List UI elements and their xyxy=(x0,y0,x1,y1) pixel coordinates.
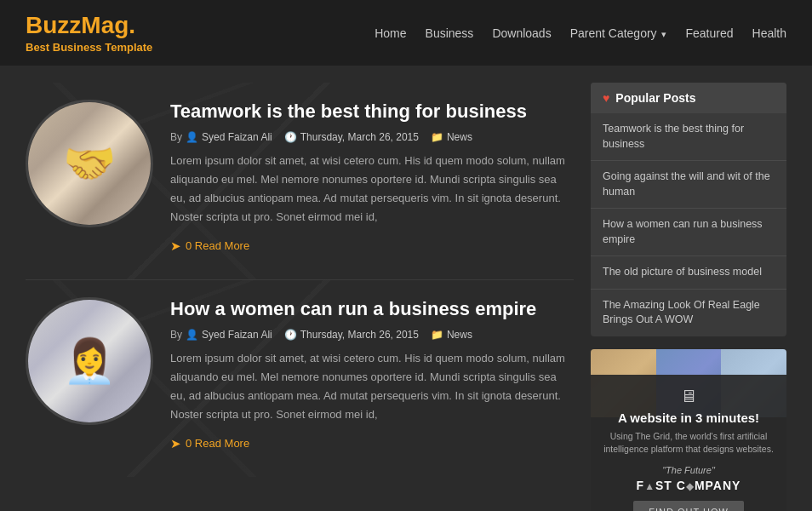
article-image-wrap xyxy=(26,100,153,227)
nav-downloads[interactable]: Downloads xyxy=(492,26,551,40)
article-author: By 👤 Syed Faizan Ali xyxy=(170,131,272,143)
ad-sub: Using The Grid, the world's first artifi… xyxy=(603,430,775,457)
popular-post-item[interactable]: Going against the will and wit of the hu… xyxy=(591,161,786,209)
arrow-icon: ➤ xyxy=(170,238,181,254)
article-category: 📁 News xyxy=(431,329,472,341)
logo-subtitle: Best Business Template xyxy=(26,41,152,54)
article-meta: By 👤 Syed Faizan Ali 🕐 Thursday, March 2… xyxy=(170,131,574,143)
logo-dot: . xyxy=(129,12,135,38)
ad-cta-button[interactable]: FIND OUT HOW xyxy=(633,501,744,511)
article-title: Teamwork is the best thing for business xyxy=(170,100,574,124)
article-date: 🕐 Thursday, March 26, 2015 xyxy=(284,329,419,341)
clock-icon: 🕐 xyxy=(284,131,297,143)
ad-content: 🖥 A website in 3 minutes! Using The Grid… xyxy=(591,375,786,512)
article-image-business xyxy=(28,102,151,225)
ad-title: A website in 3 minutes! xyxy=(603,411,775,425)
popular-post-item[interactable]: How a women can run a business empire xyxy=(591,209,786,256)
article-content: How a women can run a business empire By… xyxy=(170,297,574,451)
main-container: Teamwork is the best thing for business … xyxy=(0,66,812,511)
article-image-women xyxy=(28,300,151,422)
folder-icon: 📁 xyxy=(431,131,443,143)
article-date: 🕐 Thursday, March 26, 2015 xyxy=(284,131,419,143)
read-more-label: 0 Read More xyxy=(186,437,249,450)
folder-icon: 📁 xyxy=(431,329,443,341)
author-icon: 👤 xyxy=(186,131,198,143)
article-content: Teamwork is the best thing for business … xyxy=(170,100,574,254)
heart-icon: ♥ xyxy=(603,91,609,105)
article-author: By 👤 Syed Faizan Ali xyxy=(170,329,272,341)
nav-featured[interactable]: Featured xyxy=(685,26,733,40)
arrow-icon: ➤ xyxy=(170,436,181,451)
nav-parent-category[interactable]: Parent Category ▾ xyxy=(570,26,667,40)
comment-count: 0 xyxy=(186,239,192,252)
popular-post-item[interactable]: The Amazing Look Of Real Eagle Brings Ou… xyxy=(591,290,786,336)
sidebar: ♥ Popular Posts Teamwork is the best thi… xyxy=(591,83,786,511)
logo-area: BuzzMag. Best Business Template xyxy=(26,12,152,54)
popular-posts-box: ♥ Popular Posts Teamwork is the best thi… xyxy=(591,83,786,336)
article-excerpt: Lorem ipsum dolor sit amet, at wisi cete… xyxy=(170,349,574,424)
popular-post-item[interactable]: The old picture of business model xyxy=(591,256,786,290)
ad-box: 🖥 A website in 3 minutes! Using The Grid… xyxy=(591,349,786,512)
read-more-link[interactable]: ➤ 0 Read More xyxy=(170,436,249,451)
article-excerpt: Lorem ipsum dolor sit amet, at wisi cete… xyxy=(170,152,574,227)
read-more-label: 0 Read More xyxy=(186,239,249,252)
articles-column: Teamwork is the best thing for business … xyxy=(26,83,574,511)
dropdown-arrow-icon: ▾ xyxy=(661,29,666,39)
clock-icon: 🕐 xyxy=(284,329,297,341)
article-card: How a women can run a business empire By… xyxy=(26,280,574,477)
comment-count: 0 xyxy=(186,437,192,450)
popular-posts-list: Teamwork is the best thing for business … xyxy=(591,113,786,336)
popular-post-item[interactable]: Teamwork is the best thing for business xyxy=(591,113,786,161)
header: BuzzMag. Best Business Template Home Bus… xyxy=(0,0,812,66)
article-category: 📁 News xyxy=(431,131,472,143)
article-title: How a women can run a business empire xyxy=(170,297,574,322)
nav-health[interactable]: Health xyxy=(752,26,786,40)
nav-business[interactable]: Business xyxy=(426,26,474,40)
read-more-link[interactable]: ➤ 0 Read More xyxy=(170,238,249,254)
main-nav: Home Business Downloads Parent Category … xyxy=(375,26,786,40)
popular-posts-header: ♥ Popular Posts xyxy=(591,83,786,113)
article-card: Teamwork is the best thing for business … xyxy=(26,83,574,280)
author-icon: 👤 xyxy=(186,329,198,341)
ad-brand: F▲ST C◆MPANY xyxy=(603,479,775,492)
nav-home[interactable]: Home xyxy=(375,26,406,40)
logo-text: BuzzMag xyxy=(26,12,129,38)
logo-title: BuzzMag. xyxy=(26,12,152,39)
article-meta: By 👤 Syed Faizan Ali 🕐 Thursday, March 2… xyxy=(170,329,574,341)
monitor-icon: 🖥 xyxy=(603,387,775,406)
ad-quote: "The Future" xyxy=(603,465,775,475)
popular-posts-title: Popular Posts xyxy=(615,91,695,105)
article-image-wrap xyxy=(26,297,153,425)
